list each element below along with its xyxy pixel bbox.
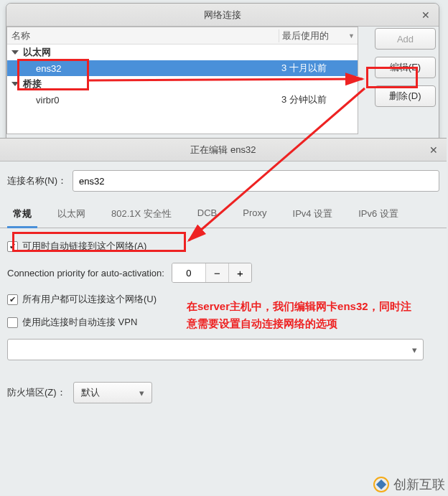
category-label: 以太网 [23, 46, 51, 59]
add-button[interactable]: Add [375, 28, 436, 50]
firewall-zone-value: 默认 [81, 386, 100, 399]
all-users-row[interactable]: 所有用户都可以连接这个网络(U) [7, 293, 439, 306]
sort-down-icon: ▼ [348, 32, 355, 39]
list-item-virbr0[interactable]: virbr0 3 分钟以前 [7, 92, 358, 108]
col-last-header[interactable]: 最后使用的 ▼ [279, 29, 358, 42]
item-last: 3 分钟以前 [279, 93, 358, 106]
watermark: 创新互联 [373, 476, 445, 493]
expand-icon [11, 82, 19, 86]
tab-dcb[interactable]: DCB [192, 203, 223, 228]
category-bridge[interactable]: 桥接 [7, 76, 358, 92]
priority-input[interactable] [172, 263, 205, 282]
all-users-label: 所有用户都可以连接这个网络(U) [22, 293, 157, 306]
edit-button[interactable]: 编辑(E) [375, 57, 436, 78]
tabs: 常规 以太网 802.1X 安全性 DCB Proxy IPv4 设置 IPv6… [0, 197, 447, 228]
chevron-down-icon: ▾ [139, 388, 144, 398]
tab-8021x[interactable]: 802.1X 安全性 [106, 203, 177, 228]
window2-title: 正在编辑 ens32 [190, 144, 256, 156]
vpn-select[interactable]: ▾ [7, 339, 424, 360]
window2-titlebar: 正在编辑 ens32 ✕ [0, 139, 447, 162]
network-connections-window: 网络连接 ✕ 名称 最后使用的 ▼ 以太网 ens32 3 十月以前 桥接 [6, 3, 439, 139]
priority-label: Connection priority for auto-activation: [7, 268, 164, 279]
tab-general[interactable]: 常规 [7, 203, 37, 228]
item-last: 3 十月以前 [279, 62, 358, 75]
watermark-logo-icon [373, 477, 389, 492]
tab-proxy[interactable]: Proxy [237, 203, 272, 228]
auto-connect-label: 可用时自动链接到这个网络(A) [22, 240, 146, 253]
connection-name-input[interactable] [73, 170, 439, 192]
vpn-auto-label: 使用此连接时自动连接 VPN [22, 316, 137, 329]
window1-title: 网络连接 [204, 9, 241, 22]
list-item-ens32[interactable]: ens32 3 十月以前 [7, 60, 358, 76]
vpn-auto-row[interactable]: 使用此连接时自动连接 VPN [7, 316, 439, 329]
delete-button[interactable]: 删除(D) [375, 85, 436, 107]
auto-connect-row[interactable]: 可用时自动链接到这个网络(A) [7, 240, 439, 253]
priority-spinner[interactable]: − + [172, 263, 252, 283]
window1-close-button[interactable]: ✕ [419, 8, 433, 22]
item-name: virbr0 [36, 95, 279, 106]
watermark-text: 创新互联 [393, 476, 445, 493]
window2-close-button[interactable]: ✕ [426, 143, 441, 157]
firewall-zone-row: 防火墙区(Z)： 默认 ▾ [7, 382, 439, 403]
connection-name-row: 连接名称(N)： [0, 162, 447, 197]
category-ethernet[interactable]: 以太网 [7, 45, 358, 60]
edit-connection-window: 正在编辑 ens32 ✕ 连接名称(N)： 常规 以太网 802.1X 安全性 … [0, 138, 447, 495]
col-last-label: 最后使用的 [282, 29, 329, 42]
tab-ipv6[interactable]: IPv6 设置 [353, 203, 404, 228]
list-header: 名称 最后使用的 ▼ [7, 27, 358, 45]
item-name: ens32 [36, 63, 279, 74]
window1-body: 名称 最后使用的 ▼ 以太网 ens32 3 十月以前 桥接 virbr0 3 [6, 27, 439, 35]
priority-row: Connection priority for auto-activation:… [7, 263, 439, 283]
all-users-checkbox[interactable] [7, 294, 18, 305]
firewall-zone-combo[interactable]: 默认 ▾ [73, 382, 152, 403]
priority-minus-button[interactable]: − [205, 263, 228, 282]
tab-ipv4[interactable]: IPv4 设置 [287, 203, 339, 228]
priority-plus-button[interactable]: + [228, 263, 251, 282]
auto-connect-checkbox[interactable] [7, 241, 18, 252]
connection-name-label: 连接名称(N)： [7, 174, 67, 187]
col-name-header[interactable]: 名称 [7, 29, 279, 42]
connections-list[interactable]: 名称 最后使用的 ▼ 以太网 ens32 3 十月以前 桥接 virbr0 3 [6, 27, 358, 134]
category-label: 桥接 [23, 78, 42, 90]
firewall-zone-label: 防火墙区(Z)： [7, 386, 66, 399]
window1-titlebar: 网络连接 ✕ [6, 4, 439, 27]
tab-body-general: 可用时自动链接到这个网络(A) Connection priority for … [0, 228, 447, 411]
tab-ethernet[interactable]: 以太网 [52, 203, 91, 228]
vpn-auto-checkbox[interactable] [7, 317, 18, 328]
button-column: Add 编辑(E) 删除(D) [375, 28, 436, 107]
expand-icon [11, 50, 19, 55]
chevron-down-icon: ▾ [412, 345, 417, 355]
